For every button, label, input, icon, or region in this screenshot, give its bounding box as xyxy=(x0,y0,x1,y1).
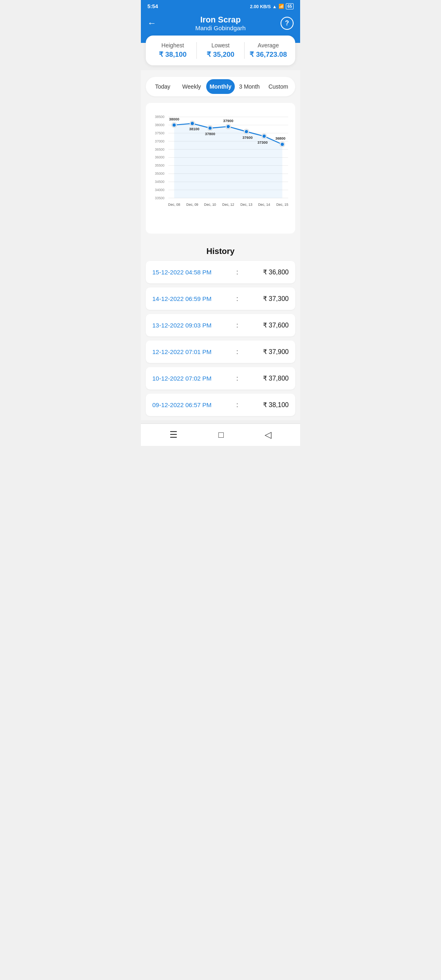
history-price: ₹ 37,600 xyxy=(263,321,289,329)
history-row: 13-12-2022 09:03 PM : ₹ 37,600 xyxy=(146,314,295,336)
svg-text:37300: 37300 xyxy=(258,141,268,145)
svg-text:35500: 35500 xyxy=(155,163,165,167)
svg-text:36000: 36000 xyxy=(155,155,165,159)
svg-text:38100: 38100 xyxy=(189,127,199,131)
status-time: 5:54 xyxy=(147,3,158,9)
tab-today[interactable]: Today xyxy=(148,79,177,94)
page-title: Iron Scrap xyxy=(160,15,281,24)
history-separator: : xyxy=(236,322,238,329)
average-value: ₹ 36,723.08 xyxy=(245,50,292,59)
highest-label: Heighest xyxy=(149,42,196,49)
svg-text:38000: 38000 xyxy=(155,123,165,127)
svg-text:38000: 38000 xyxy=(169,117,179,121)
history-separator: : xyxy=(236,269,238,276)
svg-text:37800: 37800 xyxy=(205,132,215,136)
page-subtitle: Mandi Gobindgarh xyxy=(160,24,281,31)
svg-text:Dec, 14: Dec, 14 xyxy=(258,203,270,207)
svg-text:38500: 38500 xyxy=(155,115,165,119)
history-date: 10-12-2022 07:02 PM xyxy=(152,375,212,382)
back-button[interactable]: ← xyxy=(147,18,160,29)
status-bar: 5:54 2.00 KB/S ▲ 📶 65 xyxy=(141,0,300,11)
history-title: History xyxy=(146,240,295,261)
svg-text:34000: 34000 xyxy=(155,188,165,192)
svg-point-42 xyxy=(281,143,284,146)
tab-monthly[interactable]: Monthly xyxy=(206,79,235,94)
svg-text:Dec, 10: Dec, 10 xyxy=(204,203,216,207)
history-price: ₹ 37,800 xyxy=(263,374,289,382)
stat-average: Average ₹ 36,723.08 xyxy=(244,42,292,59)
tab-custom[interactable]: Custom xyxy=(264,79,293,94)
svg-point-33 xyxy=(226,125,230,128)
svg-text:Dec, 09: Dec, 09 xyxy=(186,203,198,207)
svg-text:35000: 35000 xyxy=(155,172,165,176)
wifi-icon: ▲ xyxy=(272,4,277,9)
history-separator: : xyxy=(236,401,238,409)
status-right: 2.00 KB/S ▲ 📶 65 xyxy=(250,3,294,9)
svg-text:36800: 36800 xyxy=(275,136,285,140)
svg-point-24 xyxy=(172,123,176,127)
history-row: 15-12-2022 04:58 PM : ₹ 36,800 xyxy=(146,261,295,283)
period-tabs: Today Weekly Monthly 3 Month Custom xyxy=(146,77,295,96)
network-speed: 2.00 KB/S xyxy=(250,4,271,9)
svg-text:37900: 37900 xyxy=(223,119,233,123)
history-date: 14-12-2022 06:59 PM xyxy=(152,295,212,302)
svg-text:34500: 34500 xyxy=(155,180,165,184)
battery-indicator: 65 xyxy=(286,3,294,9)
svg-point-39 xyxy=(262,134,266,138)
home-icon[interactable]: □ xyxy=(218,430,224,440)
svg-text:37500: 37500 xyxy=(155,131,165,135)
bottom-nav: ☰ □ ◁ xyxy=(141,423,300,446)
tab-weekly[interactable]: Weekly xyxy=(177,79,206,94)
history-row: 14-12-2022 06:59 PM : ₹ 37,300 xyxy=(146,287,295,310)
tab-3month[interactable]: 3 Month xyxy=(235,79,264,94)
history-date: 09-12-2022 06:57 PM xyxy=(152,401,212,408)
header-title: Iron Scrap Mandi Gobindgarh xyxy=(160,15,281,31)
average-label: Average xyxy=(245,42,292,49)
history-list: 15-12-2022 04:58 PM : ₹ 36,800 14-12-202… xyxy=(146,261,295,420)
lowest-value: ₹ 35,200 xyxy=(197,50,244,59)
history-price: ₹ 37,900 xyxy=(263,348,289,356)
svg-text:36500: 36500 xyxy=(155,147,165,151)
history-price: ₹ 38,100 xyxy=(263,401,289,409)
svg-text:Dec, 08: Dec, 08 xyxy=(168,203,180,207)
svg-point-27 xyxy=(190,122,194,125)
main-content: Today Weekly Monthly 3 Month Custom 3850… xyxy=(141,70,300,420)
history-price: ₹ 37,300 xyxy=(263,295,289,303)
history-date: 12-12-2022 07:01 PM xyxy=(152,348,212,355)
svg-text:37600: 37600 xyxy=(243,136,253,140)
stats-card: Heighest ₹ 38,100 Lowest ₹ 35,200 Averag… xyxy=(146,36,295,65)
history-date: 15-12-2022 04:58 PM xyxy=(152,269,212,276)
signal-icon: 📶 xyxy=(278,4,284,9)
history-row: 12-12-2022 07:01 PM : ₹ 37,900 xyxy=(146,341,295,363)
price-chart: 38500 38000 37500 37000 36500 36000 3550… xyxy=(149,108,292,230)
svg-text:Dec, 15: Dec, 15 xyxy=(276,203,289,207)
chart-container: 38500 38000 37500 37000 36500 36000 3550… xyxy=(146,103,295,234)
history-separator: : xyxy=(236,348,238,356)
stat-lowest: Lowest ₹ 35,200 xyxy=(196,42,244,59)
svg-point-36 xyxy=(245,130,248,134)
history-row: 10-12-2022 07:02 PM : ₹ 37,800 xyxy=(146,367,295,390)
stat-highest: Heighest ₹ 38,100 xyxy=(149,42,196,59)
svg-text:Dec, 12: Dec, 12 xyxy=(222,203,234,207)
history-separator: : xyxy=(236,375,238,382)
history-date: 13-12-2022 09:03 PM xyxy=(152,322,212,329)
menu-icon[interactable]: ☰ xyxy=(169,430,178,440)
svg-text:33500: 33500 xyxy=(155,196,165,200)
svg-text:Dec, 13: Dec, 13 xyxy=(241,203,253,207)
svg-text:37000: 37000 xyxy=(155,139,165,143)
lowest-label: Lowest xyxy=(197,42,244,49)
back-nav-icon[interactable]: ◁ xyxy=(265,430,272,440)
highest-value: ₹ 38,100 xyxy=(149,50,196,59)
history-separator: : xyxy=(236,295,238,303)
help-button[interactable]: ? xyxy=(281,17,294,30)
history-price: ₹ 36,800 xyxy=(263,268,289,276)
history-row: 09-12-2022 06:57 PM : ₹ 38,100 xyxy=(146,394,295,416)
svg-point-30 xyxy=(208,126,212,130)
